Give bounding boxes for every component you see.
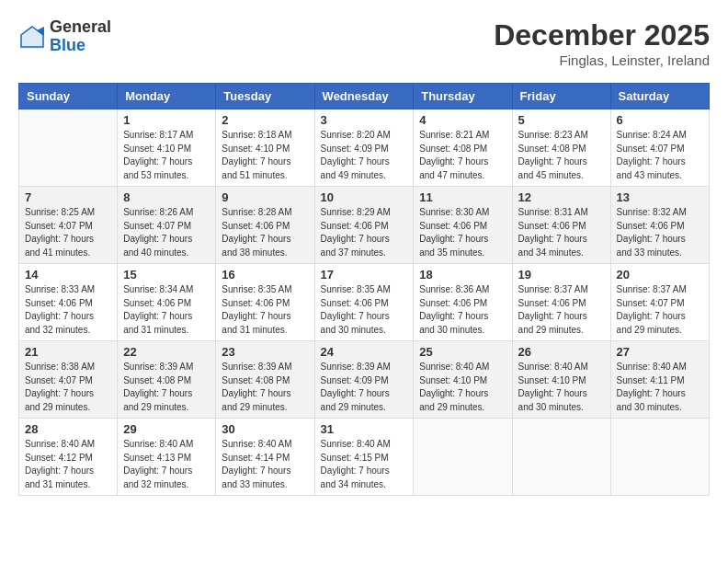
day-info: Sunrise: 8:40 AMSunset: 4:12 PMDaylight:… bbox=[25, 438, 111, 491]
day-number: 17 bbox=[321, 268, 408, 282]
calendar-cell: 26Sunrise: 8:40 AMSunset: 4:10 PMDayligh… bbox=[512, 341, 610, 419]
day-info: Sunrise: 8:18 AMSunset: 4:10 PMDaylight:… bbox=[222, 129, 308, 182]
calendar-cell: 12Sunrise: 8:31 AMSunset: 4:06 PMDayligh… bbox=[512, 187, 610, 264]
logo: General Blue bbox=[18, 18, 111, 55]
day-info: Sunrise: 8:34 AMSunset: 4:06 PMDaylight:… bbox=[123, 283, 210, 337]
day-number: 23 bbox=[222, 345, 308, 359]
calendar-cell: 22Sunrise: 8:39 AMSunset: 4:08 PMDayligh… bbox=[118, 341, 216, 419]
calendar-table: SundayMondayTuesdayWednesdayThursdayFrid… bbox=[18, 83, 710, 496]
day-info: Sunrise: 8:30 AMSunset: 4:06 PMDaylight:… bbox=[419, 206, 506, 259]
day-number: 15 bbox=[123, 268, 210, 282]
day-info: Sunrise: 8:37 AMSunset: 4:06 PMDaylight:… bbox=[518, 283, 605, 337]
logo-text: General Blue bbox=[50, 18, 111, 55]
day-number: 28 bbox=[25, 422, 111, 436]
day-info: Sunrise: 8:20 AMSunset: 4:09 PMDaylight:… bbox=[321, 129, 408, 182]
day-number: 2 bbox=[222, 113, 308, 127]
calendar-cell: 28Sunrise: 8:40 AMSunset: 4:12 PMDayligh… bbox=[19, 419, 118, 496]
day-number: 9 bbox=[222, 190, 308, 204]
day-info: Sunrise: 8:39 AMSunset: 4:09 PMDaylight:… bbox=[321, 361, 408, 414]
day-number: 4 bbox=[419, 113, 506, 127]
day-number: 20 bbox=[617, 268, 703, 282]
month-title: December 2025 bbox=[494, 18, 710, 52]
day-number: 5 bbox=[518, 113, 605, 127]
calendar-cell: 7Sunrise: 8:25 AMSunset: 4:07 PMDaylight… bbox=[19, 187, 118, 264]
column-header-tuesday: Tuesday bbox=[216, 84, 314, 109]
day-number: 21 bbox=[25, 345, 111, 359]
page-header: General Blue December 2025 Finglas, Lein… bbox=[18, 18, 710, 68]
day-info: Sunrise: 8:37 AMSunset: 4:07 PMDaylight:… bbox=[617, 283, 703, 337]
calendar-cell: 10Sunrise: 8:29 AMSunset: 4:06 PMDayligh… bbox=[314, 187, 414, 264]
calendar-week-row: 7Sunrise: 8:25 AMSunset: 4:07 PMDaylight… bbox=[19, 187, 710, 264]
calendar-cell: 11Sunrise: 8:30 AMSunset: 4:06 PMDayligh… bbox=[414, 187, 512, 264]
day-number: 8 bbox=[123, 190, 210, 204]
calendar-cell: 23Sunrise: 8:39 AMSunset: 4:08 PMDayligh… bbox=[216, 341, 314, 419]
day-info: Sunrise: 8:25 AMSunset: 4:07 PMDaylight:… bbox=[25, 206, 111, 259]
calendar-cell: 14Sunrise: 8:33 AMSunset: 4:06 PMDayligh… bbox=[19, 264, 118, 341]
calendar-cell bbox=[512, 419, 610, 496]
day-number: 16 bbox=[222, 268, 308, 282]
day-number: 11 bbox=[419, 190, 506, 204]
calendar-cell bbox=[19, 109, 118, 187]
column-header-thursday: Thursday bbox=[414, 84, 512, 109]
column-header-sunday: Sunday bbox=[19, 84, 118, 109]
day-number: 7 bbox=[25, 190, 111, 204]
day-info: Sunrise: 8:39 AMSunset: 4:08 PMDaylight:… bbox=[222, 361, 308, 414]
calendar-cell: 4Sunrise: 8:21 AMSunset: 4:08 PMDaylight… bbox=[414, 109, 512, 187]
day-info: Sunrise: 8:24 AMSunset: 4:07 PMDaylight:… bbox=[617, 129, 703, 182]
calendar-cell: 27Sunrise: 8:40 AMSunset: 4:11 PMDayligh… bbox=[610, 341, 709, 419]
day-info: Sunrise: 8:23 AMSunset: 4:08 PMDaylight:… bbox=[518, 129, 605, 182]
calendar-cell: 2Sunrise: 8:18 AMSunset: 4:10 PMDaylight… bbox=[216, 109, 314, 187]
calendar-cell: 16Sunrise: 8:35 AMSunset: 4:06 PMDayligh… bbox=[216, 264, 314, 341]
calendar-cell: 17Sunrise: 8:35 AMSunset: 4:06 PMDayligh… bbox=[314, 264, 414, 341]
location-subtitle: Finglas, Leinster, Ireland bbox=[494, 52, 710, 68]
day-info: Sunrise: 8:38 AMSunset: 4:07 PMDaylight:… bbox=[25, 361, 111, 414]
calendar-cell: 9Sunrise: 8:28 AMSunset: 4:06 PMDaylight… bbox=[216, 187, 314, 264]
day-number: 3 bbox=[321, 113, 408, 127]
day-info: Sunrise: 8:29 AMSunset: 4:06 PMDaylight:… bbox=[321, 206, 408, 259]
day-number: 22 bbox=[123, 345, 210, 359]
calendar-cell: 21Sunrise: 8:38 AMSunset: 4:07 PMDayligh… bbox=[19, 341, 118, 419]
calendar-cell: 8Sunrise: 8:26 AMSunset: 4:07 PMDaylight… bbox=[118, 187, 216, 264]
calendar-cell: 6Sunrise: 8:24 AMSunset: 4:07 PMDaylight… bbox=[610, 109, 709, 187]
calendar-cell: 19Sunrise: 8:37 AMSunset: 4:06 PMDayligh… bbox=[512, 264, 610, 341]
logo-general-text: General bbox=[50, 18, 111, 37]
day-number: 30 bbox=[222, 422, 308, 436]
day-info: Sunrise: 8:35 AMSunset: 4:06 PMDaylight:… bbox=[222, 283, 308, 337]
day-info: Sunrise: 8:21 AMSunset: 4:08 PMDaylight:… bbox=[419, 129, 506, 182]
calendar-cell: 18Sunrise: 8:36 AMSunset: 4:06 PMDayligh… bbox=[414, 264, 512, 341]
day-number: 29 bbox=[123, 422, 210, 436]
day-number: 24 bbox=[321, 345, 408, 359]
day-number: 13 bbox=[617, 190, 703, 204]
calendar-cell: 5Sunrise: 8:23 AMSunset: 4:08 PMDaylight… bbox=[512, 109, 610, 187]
calendar-cell: 15Sunrise: 8:34 AMSunset: 4:06 PMDayligh… bbox=[118, 264, 216, 341]
column-header-saturday: Saturday bbox=[610, 84, 709, 109]
day-info: Sunrise: 8:40 AMSunset: 4:11 PMDaylight:… bbox=[617, 361, 703, 414]
day-info: Sunrise: 8:40 AMSunset: 4:10 PMDaylight:… bbox=[518, 361, 605, 414]
calendar-week-row: 21Sunrise: 8:38 AMSunset: 4:07 PMDayligh… bbox=[19, 341, 710, 419]
calendar-week-row: 14Sunrise: 8:33 AMSunset: 4:06 PMDayligh… bbox=[19, 264, 710, 341]
day-info: Sunrise: 8:17 AMSunset: 4:10 PMDaylight:… bbox=[123, 129, 210, 182]
title-section: December 2025 Finglas, Leinster, Ireland bbox=[494, 18, 710, 68]
calendar-cell: 29Sunrise: 8:40 AMSunset: 4:13 PMDayligh… bbox=[118, 419, 216, 496]
svg-marker-0 bbox=[20, 25, 44, 49]
column-header-monday: Monday bbox=[118, 84, 216, 109]
calendar-cell: 24Sunrise: 8:39 AMSunset: 4:09 PMDayligh… bbox=[314, 341, 414, 419]
day-number: 12 bbox=[518, 190, 605, 204]
day-number: 1 bbox=[123, 113, 210, 127]
calendar-cell bbox=[414, 419, 512, 496]
calendar-week-row: 1Sunrise: 8:17 AMSunset: 4:10 PMDaylight… bbox=[19, 109, 710, 187]
day-number: 19 bbox=[518, 268, 605, 282]
day-number: 10 bbox=[321, 190, 408, 204]
day-number: 31 bbox=[321, 422, 408, 436]
day-info: Sunrise: 8:32 AMSunset: 4:06 PMDaylight:… bbox=[617, 206, 703, 259]
calendar-cell: 20Sunrise: 8:37 AMSunset: 4:07 PMDayligh… bbox=[610, 264, 709, 341]
day-number: 27 bbox=[617, 345, 703, 359]
day-info: Sunrise: 8:39 AMSunset: 4:08 PMDaylight:… bbox=[123, 361, 210, 414]
calendar-cell: 3Sunrise: 8:20 AMSunset: 4:09 PMDaylight… bbox=[314, 109, 414, 187]
day-number: 26 bbox=[518, 345, 605, 359]
day-info: Sunrise: 8:36 AMSunset: 4:06 PMDaylight:… bbox=[419, 283, 506, 337]
day-number: 6 bbox=[617, 113, 703, 127]
column-header-friday: Friday bbox=[512, 84, 610, 109]
calendar-cell bbox=[610, 419, 709, 496]
day-info: Sunrise: 8:26 AMSunset: 4:07 PMDaylight:… bbox=[123, 206, 210, 259]
